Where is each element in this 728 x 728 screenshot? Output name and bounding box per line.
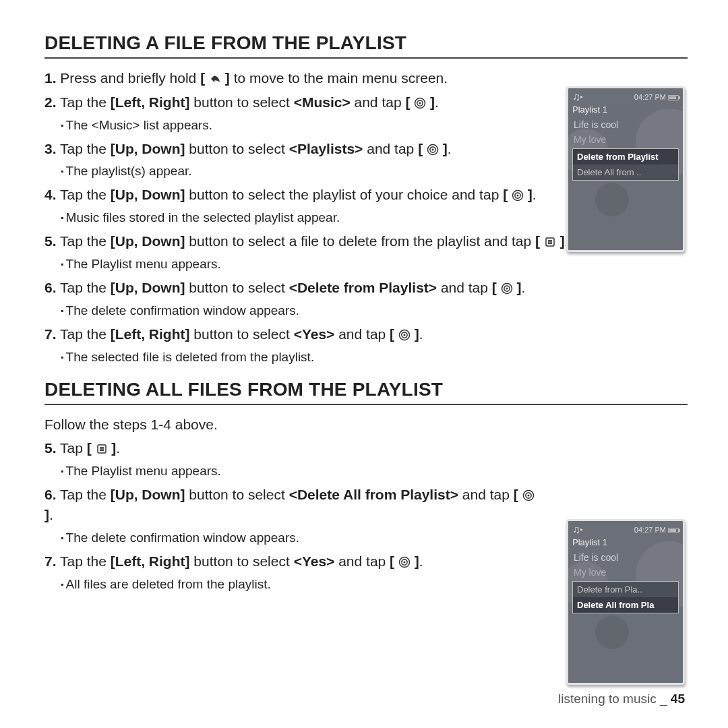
- step-5-sub: The Playlist menu appears.: [61, 255, 688, 274]
- step-7b: 7. Tap the [Left, Right] button to selec…: [44, 551, 537, 572]
- song-1: Life is cool: [568, 550, 683, 565]
- target-icon: [522, 489, 535, 502]
- device-screenshot-2: ♫▸ 04:27 PM Playlist 1 Life is cool My l…: [566, 519, 685, 685]
- page-footer: listening to music _ 45: [558, 692, 685, 706]
- device-time: 04:27 PM: [634, 93, 666, 101]
- menu-delete-all[interactable]: Delete All from Pla: [573, 597, 678, 613]
- context-menu-2: Delete from Pla.. Delete All from Pla: [572, 581, 679, 613]
- device-screenshot-1: ♫▸ 04:27 PM Playlist 1 Life is cool My l…: [566, 86, 685, 252]
- step-7b-sub: All files are deleted from the playlist.: [61, 576, 537, 594]
- step-7-sub: The selected file is deleted from the pl…: [61, 348, 688, 367]
- step-5b-sub: The Playlist menu appears.: [61, 462, 537, 481]
- intro-text: Follow the steps 1-4 above.: [44, 415, 537, 435]
- back-icon: [209, 73, 221, 85]
- device-time: 04:27 PM: [634, 526, 666, 534]
- heading-delete-all: DELETING ALL FILES FROM THE PLAYLIST: [44, 379, 688, 405]
- target-icon: [398, 329, 411, 341]
- step-4: 4. Tap the [Up, Down] button to select t…: [44, 185, 537, 205]
- battery-icon: [668, 528, 679, 533]
- context-menu-1: Delete from Playlist Delete All from ..: [572, 148, 679, 181]
- target-icon: [398, 556, 411, 568]
- battery-icon: [668, 95, 679, 100]
- music-note-icon: ♫▸: [572, 524, 583, 536]
- step-6-sub: The delete confirmation window appears.: [61, 302, 688, 320]
- device-playlist-title: Playlist 1: [568, 537, 683, 550]
- device-playlist-title: Playlist 1: [568, 104, 683, 117]
- step-2-sub: The <Music> list appears.: [61, 117, 537, 135]
- step-3-sub: The playlist(s) appear.: [61, 162, 537, 181]
- heading-delete-file: DELETING A FILE FROM THE PLAYLIST: [44, 32, 688, 59]
- target-icon: [414, 97, 426, 109]
- list-icon: [96, 443, 108, 455]
- step-7: 7. Tap the [Left, Right] button to selec…: [44, 324, 688, 344]
- step-2: 2. Tap the [Left, Right] button to selec…: [44, 92, 537, 113]
- list-icon: [544, 236, 556, 248]
- step-6b-sub: The delete confirmation window appears.: [61, 529, 537, 547]
- target-icon: [427, 144, 439, 156]
- menu-delete-from-playlist[interactable]: Delete from Pla..: [573, 582, 678, 597]
- step-1: 1. Press and briefly hold [ ] to move to…: [44, 68, 537, 88]
- step-3: 3. Tap the [Up, Down] button to select <…: [44, 139, 537, 159]
- target-icon: [512, 189, 524, 202]
- menu-delete-all[interactable]: Delete All from ..: [573, 164, 678, 180]
- song-2: My love: [568, 565, 683, 580]
- song-2: My love: [568, 132, 683, 147]
- step-6b: 6. Tap the [Up, Down] button to select <…: [44, 485, 537, 525]
- target-icon: [501, 282, 513, 295]
- step-6: 6. Tap the [Up, Down] button to select <…: [44, 278, 688, 298]
- step-5b: 5. Tap [ ].: [44, 438, 537, 458]
- song-1: Life is cool: [568, 117, 683, 132]
- music-note-icon: ♫▸: [572, 91, 583, 103]
- menu-delete-from-playlist[interactable]: Delete from Playlist: [573, 149, 678, 164]
